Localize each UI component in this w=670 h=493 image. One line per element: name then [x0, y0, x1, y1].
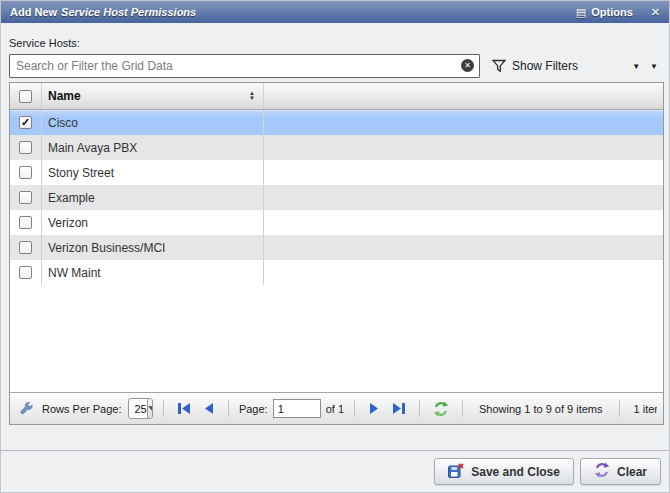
page-label: Page:: [239, 403, 268, 415]
select-all-checkbox[interactable]: [19, 90, 32, 103]
grid-empty-area: [10, 285, 663, 392]
row-checkbox[interactable]: [19, 141, 32, 154]
rows-per-page-caret: [147, 399, 153, 418]
row-name: Example: [48, 191, 95, 205]
table-row[interactable]: NW Maint: [10, 260, 663, 285]
row-check-cell: ✓: [10, 110, 42, 135]
row-check-cell: [10, 210, 42, 235]
row-name: Cisco: [48, 116, 78, 130]
row-spacer: [264, 160, 663, 185]
table-row[interactable]: Example: [10, 185, 663, 210]
add-new-service-host-permissions-dialog: Add NewService Host Permissions ▤ Option…: [0, 0, 670, 493]
row-name: Verizon: [48, 216, 88, 230]
page-of-label: of 1: [326, 403, 344, 415]
row-checkbox[interactable]: [19, 266, 32, 279]
page-number-input[interactable]: [273, 399, 321, 418]
dialog-action-bar: Save and Close Clear: [1, 450, 669, 492]
row-spacer: [264, 135, 663, 160]
row-check-cell: [10, 185, 42, 210]
table-row[interactable]: Verizon Business/MCI: [10, 235, 663, 260]
dialog-titlebar: Add NewService Host Permissions ▤ Option…: [1, 1, 669, 23]
showing-items-text: Showing 1 to 9 of 9 items: [473, 403, 609, 415]
filter-dropdown-caret-icon[interactable]: ▼: [632, 62, 640, 71]
options-icon: ▤: [576, 6, 586, 19]
table-row[interactable]: Main Avaya PBX: [10, 135, 663, 160]
rows-per-page-value: 25: [129, 399, 146, 418]
show-filters-button[interactable]: Show Filters ▼ ▼: [492, 59, 661, 73]
row-name: NW Maint: [48, 266, 101, 280]
row-spacer: [264, 110, 663, 135]
clear-refresh-icon: [594, 462, 610, 481]
filter-funnel-icon: [492, 59, 506, 73]
divider: [354, 400, 355, 417]
row-check-cell: [10, 260, 42, 285]
rows-per-page-select[interactable]: 25: [128, 398, 152, 419]
row-checkbox[interactable]: [19, 241, 32, 254]
dialog-title-emphasis: Service Host Permissions: [61, 6, 196, 18]
search-wrap: ✕: [9, 54, 480, 78]
save-icon: [448, 463, 464, 481]
filter-menu-caret-icon[interactable]: ▼: [650, 62, 658, 71]
options-button[interactable]: ▤ Options: [576, 6, 633, 19]
grid-header-row: Name ▲ ▼: [10, 83, 663, 110]
row-spacer: [264, 185, 663, 210]
row-checkbox[interactable]: [19, 216, 32, 229]
grid-header-check-cell: [10, 83, 42, 109]
dialog-title-prefix: Add New: [10, 6, 57, 18]
row-spacer: [264, 260, 663, 285]
divider: [619, 400, 620, 417]
options-label: Options: [591, 6, 633, 18]
name-column-header: Name: [48, 89, 81, 103]
row-checkbox[interactable]: [19, 166, 32, 179]
clear-button[interactable]: Clear: [580, 458, 661, 485]
row-check-cell: [10, 235, 42, 260]
divider: [462, 400, 463, 417]
grid-header-name-cell[interactable]: Name ▲ ▼: [42, 83, 264, 109]
first-page-button[interactable]: [174, 403, 195, 414]
row-name-cell: Verizon Business/MCI: [42, 235, 264, 260]
sort-icon[interactable]: ▲ ▼: [249, 91, 255, 101]
divider: [163, 400, 164, 417]
row-check-cell: [10, 160, 42, 185]
rows-per-page-label: Rows Per Page:: [42, 403, 121, 415]
row-name-cell: Example: [42, 185, 264, 210]
grid-header-spacer: [264, 83, 663, 109]
close-icon[interactable]: ✕: [651, 6, 660, 19]
sort-desc-icon: ▼: [249, 96, 255, 101]
row-spacer: [264, 235, 663, 260]
row-name-cell: Stony Street: [42, 160, 264, 185]
chevron-down-icon: [148, 406, 153, 411]
search-clear-icon[interactable]: ✕: [461, 59, 474, 72]
row-check-cell: [10, 135, 42, 160]
row-spacer: [264, 210, 663, 235]
row-name-cell: Verizon: [42, 210, 264, 235]
table-row[interactable]: ✓ Cisco: [10, 110, 663, 135]
divider: [228, 400, 229, 417]
show-filters-label: Show Filters: [512, 59, 578, 73]
last-page-button[interactable]: [388, 403, 409, 414]
save-and-close-button[interactable]: Save and Close: [434, 458, 574, 485]
next-page-button[interactable]: [365, 403, 383, 414]
search-row: ✕ Show Filters ▼ ▼: [9, 54, 661, 78]
service-hosts-grid: Name ▲ ▼ ✓ Cisco Main Avaya PBX: [9, 82, 664, 425]
table-row[interactable]: Stony Street: [10, 160, 663, 185]
clear-label: Clear: [617, 465, 647, 479]
refresh-icon[interactable]: [430, 401, 452, 417]
row-name: Main Avaya PBX: [48, 141, 137, 155]
row-name-cell: Main Avaya PBX: [42, 135, 264, 160]
divider: [419, 400, 420, 417]
row-checkbox[interactable]: ✓: [19, 116, 32, 129]
search-input[interactable]: [9, 54, 480, 78]
save-and-close-label: Save and Close: [471, 465, 560, 479]
grid-settings-wrench-icon[interactable]: [16, 401, 37, 416]
row-name: Verizon Business/MCI: [48, 241, 165, 255]
service-hosts-label: Service Hosts:: [9, 37, 661, 49]
dialog-title: Add NewService Host Permissions: [10, 6, 576, 18]
previous-page-button[interactable]: [200, 403, 218, 414]
grid-body: ✓ Cisco Main Avaya PBX Stony Street Exam…: [10, 110, 663, 285]
table-row[interactable]: Verizon: [10, 210, 663, 235]
filter-carets: ▼ ▼: [632, 62, 661, 71]
row-name-cell: NW Maint: [42, 260, 264, 285]
grid-pagination-bar: Rows Per Page: 25 Page: of 1: [10, 392, 663, 424]
row-checkbox[interactable]: [19, 191, 32, 204]
